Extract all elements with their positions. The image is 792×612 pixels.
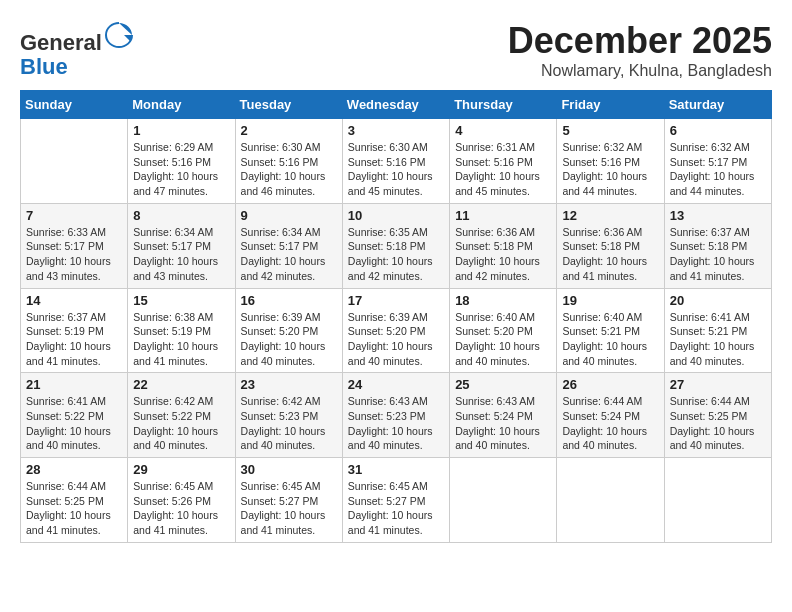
day-detail: Sunrise: 6:30 AMSunset: 5:16 PMDaylight:… (241, 141, 326, 197)
day-detail: Sunrise: 6:33 AMSunset: 5:17 PMDaylight:… (26, 226, 111, 282)
day-detail: Sunrise: 6:41 AMSunset: 5:21 PMDaylight:… (670, 311, 755, 367)
day-detail: Sunrise: 6:43 AMSunset: 5:23 PMDaylight:… (348, 395, 433, 451)
day-detail: Sunrise: 6:44 AMSunset: 5:25 PMDaylight:… (26, 480, 111, 536)
calendar-cell: 30Sunrise: 6:45 AMSunset: 5:27 PMDayligh… (235, 458, 342, 543)
day-number: 7 (26, 208, 122, 223)
day-detail: Sunrise: 6:30 AMSunset: 5:16 PMDaylight:… (348, 141, 433, 197)
day-detail: Sunrise: 6:29 AMSunset: 5:16 PMDaylight:… (133, 141, 218, 197)
day-number: 31 (348, 462, 444, 477)
page-header: General Blue December 2025 Nowlamary, Kh… (20, 20, 772, 80)
day-detail: Sunrise: 6:34 AMSunset: 5:17 PMDaylight:… (241, 226, 326, 282)
day-detail: Sunrise: 6:32 AMSunset: 5:16 PMDaylight:… (562, 141, 647, 197)
day-number: 5 (562, 123, 658, 138)
day-number: 30 (241, 462, 337, 477)
day-number: 23 (241, 377, 337, 392)
day-number: 19 (562, 293, 658, 308)
day-number: 28 (26, 462, 122, 477)
day-number: 3 (348, 123, 444, 138)
weekday-header-sunday: Sunday (21, 91, 128, 119)
day-detail: Sunrise: 6:37 AMSunset: 5:19 PMDaylight:… (26, 311, 111, 367)
calendar-cell: 31Sunrise: 6:45 AMSunset: 5:27 PMDayligh… (342, 458, 449, 543)
day-detail: Sunrise: 6:39 AMSunset: 5:20 PMDaylight:… (241, 311, 326, 367)
calendar-cell: 3Sunrise: 6:30 AMSunset: 5:16 PMDaylight… (342, 119, 449, 204)
calendar-cell: 5Sunrise: 6:32 AMSunset: 5:16 PMDaylight… (557, 119, 664, 204)
weekday-header-tuesday: Tuesday (235, 91, 342, 119)
day-number: 11 (455, 208, 551, 223)
day-number: 9 (241, 208, 337, 223)
weekday-header-thursday: Thursday (450, 91, 557, 119)
calendar-cell: 7Sunrise: 6:33 AMSunset: 5:17 PMDaylight… (21, 203, 128, 288)
calendar-cell: 19Sunrise: 6:40 AMSunset: 5:21 PMDayligh… (557, 288, 664, 373)
title-block: December 2025 Nowlamary, Khulna, Banglad… (508, 20, 772, 80)
weekday-header-wednesday: Wednesday (342, 91, 449, 119)
calendar-table: SundayMondayTuesdayWednesdayThursdayFrid… (20, 90, 772, 543)
calendar-cell (21, 119, 128, 204)
day-number: 26 (562, 377, 658, 392)
day-detail: Sunrise: 6:44 AMSunset: 5:24 PMDaylight:… (562, 395, 647, 451)
calendar-cell: 2Sunrise: 6:30 AMSunset: 5:16 PMDaylight… (235, 119, 342, 204)
calendar-cell: 29Sunrise: 6:45 AMSunset: 5:26 PMDayligh… (128, 458, 235, 543)
weekday-header-friday: Friday (557, 91, 664, 119)
day-detail: Sunrise: 6:32 AMSunset: 5:17 PMDaylight:… (670, 141, 755, 197)
logo-blue-text: Blue (20, 54, 68, 79)
day-detail: Sunrise: 6:44 AMSunset: 5:25 PMDaylight:… (670, 395, 755, 451)
calendar-cell: 1Sunrise: 6:29 AMSunset: 5:16 PMDaylight… (128, 119, 235, 204)
calendar-cell: 25Sunrise: 6:43 AMSunset: 5:24 PMDayligh… (450, 373, 557, 458)
day-detail: Sunrise: 6:31 AMSunset: 5:16 PMDaylight:… (455, 141, 540, 197)
day-detail: Sunrise: 6:45 AMSunset: 5:26 PMDaylight:… (133, 480, 218, 536)
calendar-cell: 9Sunrise: 6:34 AMSunset: 5:17 PMDaylight… (235, 203, 342, 288)
day-number: 25 (455, 377, 551, 392)
calendar-cell (450, 458, 557, 543)
calendar-cell: 28Sunrise: 6:44 AMSunset: 5:25 PMDayligh… (21, 458, 128, 543)
day-number: 22 (133, 377, 229, 392)
day-number: 12 (562, 208, 658, 223)
day-detail: Sunrise: 6:38 AMSunset: 5:19 PMDaylight:… (133, 311, 218, 367)
calendar-cell: 16Sunrise: 6:39 AMSunset: 5:20 PMDayligh… (235, 288, 342, 373)
calendar-cell: 8Sunrise: 6:34 AMSunset: 5:17 PMDaylight… (128, 203, 235, 288)
day-number: 24 (348, 377, 444, 392)
calendar-cell: 20Sunrise: 6:41 AMSunset: 5:21 PMDayligh… (664, 288, 771, 373)
calendar-cell (557, 458, 664, 543)
day-detail: Sunrise: 6:45 AMSunset: 5:27 PMDaylight:… (348, 480, 433, 536)
day-number: 20 (670, 293, 766, 308)
calendar-cell: 21Sunrise: 6:41 AMSunset: 5:22 PMDayligh… (21, 373, 128, 458)
day-detail: Sunrise: 6:43 AMSunset: 5:24 PMDaylight:… (455, 395, 540, 451)
calendar-cell: 23Sunrise: 6:42 AMSunset: 5:23 PMDayligh… (235, 373, 342, 458)
calendar-cell: 26Sunrise: 6:44 AMSunset: 5:24 PMDayligh… (557, 373, 664, 458)
calendar-cell: 18Sunrise: 6:40 AMSunset: 5:20 PMDayligh… (450, 288, 557, 373)
calendar-cell: 12Sunrise: 6:36 AMSunset: 5:18 PMDayligh… (557, 203, 664, 288)
calendar-cell: 14Sunrise: 6:37 AMSunset: 5:19 PMDayligh… (21, 288, 128, 373)
day-number: 18 (455, 293, 551, 308)
day-number: 16 (241, 293, 337, 308)
calendar-cell: 27Sunrise: 6:44 AMSunset: 5:25 PMDayligh… (664, 373, 771, 458)
calendar-cell: 24Sunrise: 6:43 AMSunset: 5:23 PMDayligh… (342, 373, 449, 458)
day-detail: Sunrise: 6:45 AMSunset: 5:27 PMDaylight:… (241, 480, 326, 536)
day-detail: Sunrise: 6:36 AMSunset: 5:18 PMDaylight:… (562, 226, 647, 282)
calendar-cell: 17Sunrise: 6:39 AMSunset: 5:20 PMDayligh… (342, 288, 449, 373)
day-number: 6 (670, 123, 766, 138)
day-detail: Sunrise: 6:40 AMSunset: 5:20 PMDaylight:… (455, 311, 540, 367)
day-number: 27 (670, 377, 766, 392)
logo: General Blue (20, 20, 134, 79)
day-detail: Sunrise: 6:41 AMSunset: 5:22 PMDaylight:… (26, 395, 111, 451)
day-number: 2 (241, 123, 337, 138)
calendar-cell: 15Sunrise: 6:38 AMSunset: 5:19 PMDayligh… (128, 288, 235, 373)
day-detail: Sunrise: 6:42 AMSunset: 5:22 PMDaylight:… (133, 395, 218, 451)
weekday-header-monday: Monday (128, 91, 235, 119)
month-title: December 2025 (508, 20, 772, 62)
day-detail: Sunrise: 6:37 AMSunset: 5:18 PMDaylight:… (670, 226, 755, 282)
day-number: 21 (26, 377, 122, 392)
location-subtitle: Nowlamary, Khulna, Bangladesh (508, 62, 772, 80)
day-detail: Sunrise: 6:36 AMSunset: 5:18 PMDaylight:… (455, 226, 540, 282)
day-number: 15 (133, 293, 229, 308)
day-detail: Sunrise: 6:35 AMSunset: 5:18 PMDaylight:… (348, 226, 433, 282)
day-number: 17 (348, 293, 444, 308)
weekday-header-saturday: Saturday (664, 91, 771, 119)
day-detail: Sunrise: 6:42 AMSunset: 5:23 PMDaylight:… (241, 395, 326, 451)
day-number: 29 (133, 462, 229, 477)
day-number: 4 (455, 123, 551, 138)
day-number: 13 (670, 208, 766, 223)
day-number: 10 (348, 208, 444, 223)
day-detail: Sunrise: 6:40 AMSunset: 5:21 PMDaylight:… (562, 311, 647, 367)
calendar-cell: 11Sunrise: 6:36 AMSunset: 5:18 PMDayligh… (450, 203, 557, 288)
